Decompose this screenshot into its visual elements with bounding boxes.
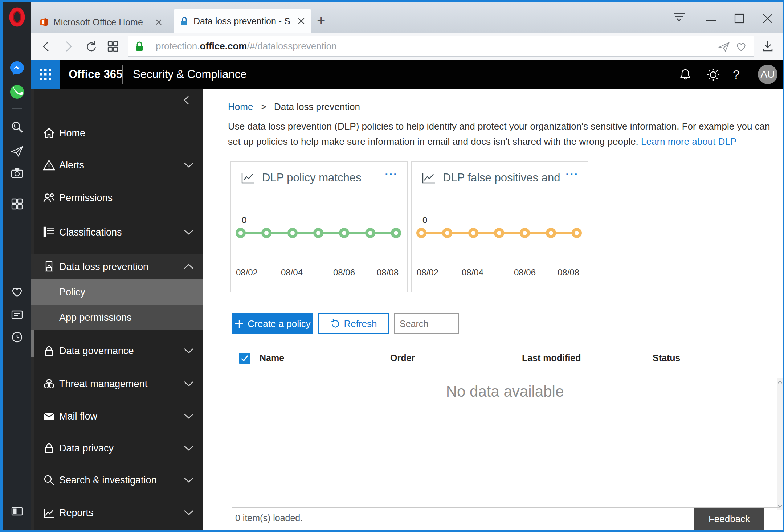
- learn-more-link[interactable]: Learn more about DLP: [641, 136, 736, 147]
- x-tick-label: 08/08: [377, 267, 399, 278]
- sidebar-item-label: Permissions: [59, 192, 113, 204]
- card-menu-button[interactable]: ...: [385, 165, 398, 178]
- alert-triangle-icon: [42, 159, 56, 172]
- sidebar-item-label: Classifications: [59, 227, 122, 238]
- line-chart-icon: [421, 171, 436, 185]
- forward-button[interactable]: [63, 40, 74, 53]
- sidebar-item-label: Reports: [59, 507, 94, 519]
- avatar[interactable]: AU: [758, 65, 777, 84]
- send-to-flow-icon[interactable]: [718, 41, 730, 53]
- chart-point: [365, 228, 375, 238]
- lock-favicon: [180, 16, 189, 26]
- sidebar-divider: [12, 108, 22, 109]
- sidebar-item-data-privacy[interactable]: Data privacy: [31, 438, 203, 458]
- opera-logo-icon[interactable]: [9, 7, 25, 27]
- secure-lock-icon[interactable]: [134, 41, 144, 52]
- chart-point-label: 0: [242, 215, 246, 225]
- sidebar-item-threat-management[interactable]: Threat management: [31, 374, 203, 394]
- download-icon[interactable]: [761, 39, 774, 53]
- sidebar-item-label: Home: [59, 128, 85, 139]
- x-tick-label: 08/02: [417, 267, 438, 278]
- waffle-icon: [38, 67, 53, 82]
- sidebar-item-classifications[interactable]: Classifications: [31, 222, 203, 242]
- refresh-button[interactable]: Refresh: [318, 313, 389, 334]
- close-button[interactable]: [763, 13, 773, 24]
- my-flow-send-icon[interactable]: [11, 145, 24, 158]
- snapshot-camera-icon[interactable]: [11, 167, 24, 180]
- sidebar-item-reports[interactable]: Reports: [31, 503, 203, 523]
- bookmarks-heart-icon[interactable]: [11, 286, 24, 299]
- tab-data-loss-prevention[interactable]: Data loss prevention - Sec: [174, 9, 311, 33]
- breadcrumb: Home > Data loss prevention: [228, 101, 360, 112]
- favorite-heart-icon[interactable]: [735, 41, 747, 53]
- tab-menu-icon[interactable]: [673, 11, 683, 22]
- card-menu-button[interactable]: ...: [565, 165, 579, 178]
- maximize-button[interactable]: [734, 13, 745, 24]
- tab-microsoft-office-home[interactable]: Microsoft Office Home: [33, 12, 168, 33]
- sidebar-item-home[interactable]: Home: [31, 123, 203, 143]
- column-header-order[interactable]: Order: [390, 353, 415, 363]
- x-tick-label: 08/06: [333, 267, 355, 278]
- sidebar-item-label: Threat management: [59, 378, 147, 390]
- scroll-up-icon[interactable]: [778, 380, 782, 384]
- biohazard-icon: [42, 377, 56, 390]
- sidebar-item-alerts[interactable]: Alerts: [31, 155, 203, 175]
- speed-dial-icon[interactable]: [11, 197, 24, 210]
- column-header-last-modified[interactable]: Last modified: [522, 353, 581, 363]
- chevron-down-icon: [184, 381, 194, 387]
- new-tab-button[interactable]: +: [317, 10, 325, 30]
- sidebar-item-label: Data privacy: [59, 443, 114, 454]
- back-button[interactable]: [41, 40, 52, 53]
- feedback-button[interactable]: Feedback: [694, 508, 764, 530]
- brand-title[interactable]: Office 365: [69, 60, 122, 89]
- nav-collapse-button[interactable]: [183, 95, 190, 105]
- dlp-policy-matches-card: DLP policy matches ... 0 08/02 08/04 08/…: [230, 161, 408, 292]
- sidebar-item-app-permissions[interactable]: App permissions: [31, 305, 203, 330]
- personal-news-icon[interactable]: [11, 308, 24, 321]
- tab-close-icon[interactable]: [155, 19, 162, 26]
- select-all-checkbox[interactable]: [239, 353, 250, 364]
- left-navigation: Home Alerts Permissions: [31, 89, 203, 530]
- notifications-bell-icon[interactable]: [678, 67, 693, 82]
- sidebar-item-label: Alerts: [59, 160, 84, 171]
- sidebar-toggle-icon[interactable]: [11, 505, 24, 518]
- page-description: Use data loss prevention (DLP) policies …: [228, 119, 775, 149]
- settings-gear-icon[interactable]: [706, 67, 720, 82]
- messenger-icon[interactable]: [9, 60, 25, 76]
- instant-search-icon[interactable]: [11, 120, 24, 134]
- column-header-status[interactable]: Status: [653, 353, 680, 363]
- column-header-name[interactable]: Name: [260, 353, 284, 363]
- items-loaded-status: 0 item(s) loaded.: [235, 513, 303, 523]
- create-policy-button[interactable]: Create a policy: [232, 313, 313, 334]
- url-text: protection.office.com/#/datalosspreventi…: [156, 41, 337, 52]
- sidebar-item-search-investigation[interactable]: Search & investigation: [31, 470, 203, 490]
- help-button[interactable]: ?: [733, 60, 740, 89]
- minimize-button[interactable]: [706, 13, 717, 24]
- list-scrollbar[interactable]: [777, 378, 783, 510]
- chart-point: [416, 228, 426, 238]
- sidebar-item-mail-flow[interactable]: Mail flow: [31, 406, 203, 426]
- whatsapp-icon[interactable]: [9, 84, 25, 100]
- sidebar-item-label: Data loss prevention: [59, 261, 148, 273]
- home-icon: [42, 127, 56, 140]
- sidebar-item-label: Mail flow: [59, 411, 97, 422]
- x-tick-label: 08/04: [281, 267, 303, 278]
- sidebar-item-data-governance[interactable]: Data governance: [31, 341, 203, 361]
- tab-title: Data loss prevention - Sec: [193, 16, 290, 26]
- chevron-down-icon: [184, 510, 194, 516]
- search-input[interactable]: [394, 313, 459, 334]
- refresh-icon: [330, 319, 340, 329]
- card-title: DLP policy matches: [262, 162, 361, 193]
- sidebar-item-permissions[interactable]: Permissions: [31, 188, 203, 208]
- breadcrumb-home-link[interactable]: Home: [228, 101, 253, 112]
- sidebar-item-data-loss-prevention[interactable]: Data loss prevention: [31, 254, 203, 279]
- reload-button[interactable]: [85, 40, 97, 53]
- chevron-down-icon: [184, 162, 194, 168]
- tab-close-icon[interactable]: [297, 17, 305, 25]
- history-clock-icon[interactable]: [11, 331, 24, 344]
- sidebar-item-policy[interactable]: Policy: [31, 279, 203, 305]
- browser-window: Microsoft Office Home Data loss preventi…: [3, 2, 783, 530]
- app-launcher-button[interactable]: [31, 60, 60, 89]
- address-bar[interactable]: protection.office.com/#/datalosspreventi…: [128, 36, 754, 57]
- speed-dial-button[interactable]: [107, 40, 119, 53]
